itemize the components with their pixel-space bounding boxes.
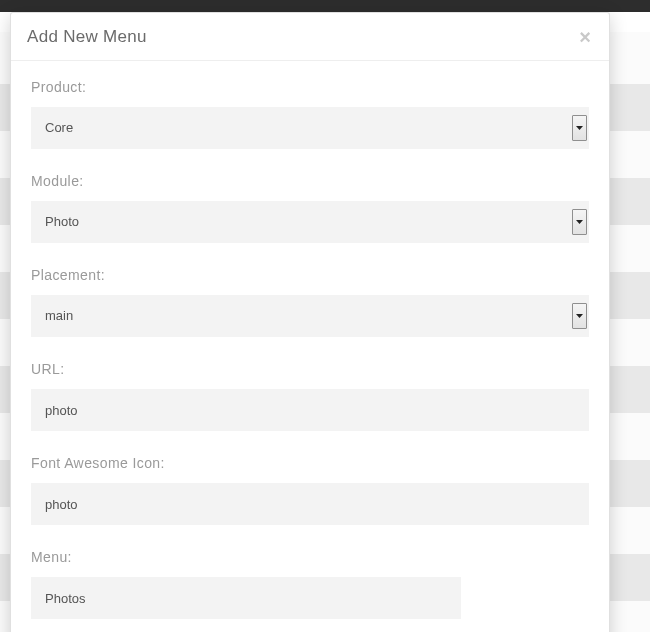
add-menu-modal: Add New Menu × Product: Core Module: Pho… [10, 12, 610, 632]
svg-marker-2 [576, 314, 583, 318]
icon-label: Font Awesome Icon: [31, 455, 589, 471]
field-module: Module: Photo [31, 173, 589, 243]
chevron-down-icon [572, 209, 587, 235]
placement-label: Placement: [31, 267, 589, 283]
svg-marker-0 [576, 126, 583, 130]
menu-label: Menu: [31, 549, 589, 565]
modal-body: Product: Core Module: Photo Placement: m… [11, 61, 609, 632]
module-select[interactable]: Photo [31, 201, 589, 243]
icon-input[interactable] [31, 483, 589, 525]
module-select-value: Photo [31, 201, 589, 243]
placement-select-value: main [31, 295, 589, 337]
field-placement: Placement: main [31, 267, 589, 337]
product-label: Product: [31, 79, 589, 95]
url-label: URL: [31, 361, 589, 377]
placement-select[interactable]: main [31, 295, 589, 337]
field-url: URL: [31, 361, 589, 431]
module-label: Module: [31, 173, 589, 189]
app-topbar [0, 0, 650, 12]
product-select-value: Core [31, 107, 589, 149]
modal-header: Add New Menu × [11, 13, 609, 61]
url-input[interactable] [31, 389, 589, 431]
product-select[interactable]: Core [31, 107, 589, 149]
field-menu: Menu: [31, 549, 589, 619]
menu-input[interactable] [31, 577, 461, 619]
chevron-down-icon [572, 115, 587, 141]
field-icon: Font Awesome Icon: [31, 455, 589, 525]
svg-marker-1 [576, 220, 583, 224]
modal-title: Add New Menu [27, 27, 147, 47]
chevron-down-icon [572, 303, 587, 329]
close-icon[interactable]: × [577, 27, 593, 47]
field-product: Product: Core [31, 79, 589, 149]
